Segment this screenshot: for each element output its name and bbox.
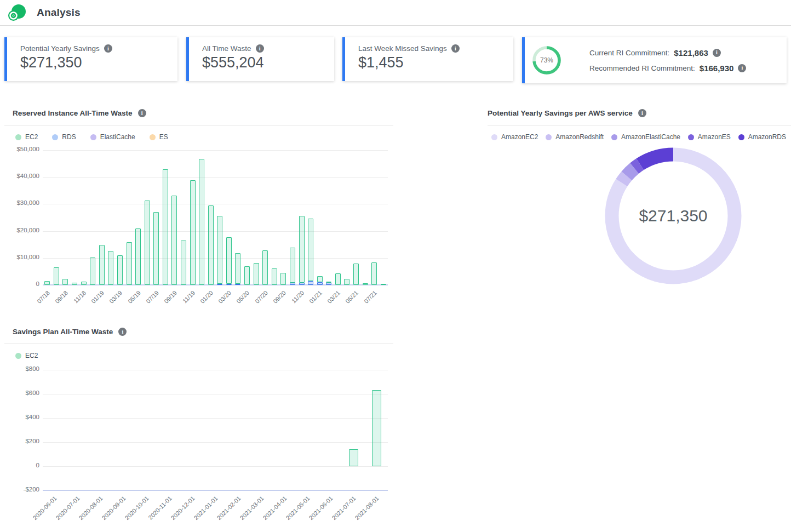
- info-icon[interactable]: [118, 328, 127, 336]
- bar-segment-ec2: [262, 250, 268, 285]
- savings-donut-chart: $271,350: [605, 147, 742, 284]
- bar-segment-ec2: [326, 282, 331, 283]
- y-tick-label: $30,000: [0, 199, 39, 206]
- gridline: [43, 490, 388, 491]
- x-tick-label: 11/18: [72, 289, 87, 304]
- plot-area: [43, 150, 388, 285]
- legend-label: AmazonRedshift: [555, 133, 604, 141]
- plot-area: [43, 370, 388, 490]
- x-tick-label: 07/21: [363, 289, 378, 305]
- stat-card-label-text: All Time Waste: [202, 44, 251, 53]
- legend-label: RDS: [62, 133, 76, 141]
- x-tick-label: 11/20: [290, 289, 305, 304]
- bar-segment-ec2: [171, 196, 177, 285]
- stat-card-label-text: Potential Yearly Savings: [20, 44, 100, 53]
- info-icon[interactable]: [256, 44, 264, 53]
- x-tick-label: 2021-02-01: [215, 495, 242, 521]
- stat-card-ri-commitment: 73% Current RI Commitment: $121,863 Reco…: [522, 37, 787, 83]
- legend-item[interactable]: AmazonElastiCache: [611, 133, 680, 141]
- stat-card-label: All Time Waste: [202, 44, 334, 53]
- ri-waste-section-title: Reserved Instance All-Time Waste: [13, 109, 146, 117]
- bar-segment-ec2: [135, 228, 141, 285]
- legend-dot: [546, 134, 552, 140]
- bar-segment-ec2: [90, 258, 95, 285]
- bar-segment-ec2: [44, 281, 50, 285]
- bar-segment-ec2: [372, 390, 381, 466]
- x-tick-label: 07/20: [254, 289, 269, 305]
- bar-segment-ec2: [54, 267, 59, 285]
- recommended-ri-commitment-label: Recommended RI Commitment:: [589, 64, 695, 72]
- stat-card-value: $271,350: [20, 54, 177, 71]
- bar-segment-ec2: [72, 283, 77, 285]
- bar-segment-ec2: [381, 284, 386, 285]
- recommended-ri-commitment-row: Recommended RI Commitment: $166,930: [589, 64, 746, 73]
- page-title: Analysis: [37, 7, 81, 19]
- legend-dot: [688, 134, 694, 140]
- y-tick-label: $200: [0, 438, 39, 444]
- bar-segment-rds: [317, 282, 323, 285]
- stat-card-label-text: Last Week Missed Savings: [358, 44, 447, 53]
- bar-segment-ec2: [153, 212, 159, 285]
- legend-label: ES: [159, 133, 168, 141]
- sp-chart-legend: EC2: [15, 352, 38, 359]
- app-logo[interactable]: [8, 4, 26, 21]
- legend-item[interactable]: RDS: [52, 133, 76, 141]
- legend-item[interactable]: AmazonRedshift: [546, 133, 604, 141]
- y-tick-label: $50,000: [0, 146, 39, 152]
- x-tick-label: 01/20: [199, 289, 214, 305]
- bar-segment-ec2: [280, 273, 286, 285]
- gridline: [43, 204, 388, 204]
- gridline: [43, 394, 388, 394]
- legend-item[interactable]: EC2: [15, 133, 38, 141]
- info-icon[interactable]: [638, 109, 646, 117]
- legend-item[interactable]: ES: [150, 133, 168, 141]
- info-icon[interactable]: [451, 44, 460, 53]
- legend-item[interactable]: AmazonES: [688, 133, 731, 141]
- x-tick-label: 11/19: [181, 289, 196, 304]
- y-tick-label: $20,000: [0, 227, 39, 233]
- bar-segment-ec2: [208, 205, 214, 285]
- legend-item[interactable]: AmazonRDS: [738, 133, 786, 141]
- section-title-text: Savings Plan All-Time Waste: [13, 328, 113, 336]
- current-ri-commitment-label: Current RI Commitment:: [589, 49, 669, 57]
- x-tick-label: 03/19: [108, 289, 123, 305]
- bar-segment-ec2: [181, 241, 186, 285]
- bar-segment-ec2: [317, 276, 323, 282]
- bar-segment-rds: [326, 283, 331, 285]
- x-tick-label: 01/21: [308, 289, 323, 305]
- bar-segment-ec2: [235, 253, 240, 284]
- section-divider: [488, 125, 791, 125]
- legend-item[interactable]: EC2: [15, 352, 38, 359]
- legend-dot: [90, 134, 96, 140]
- legend-dot: [150, 134, 156, 140]
- bar-segment-ec2: [349, 449, 358, 466]
- stat-card-value: $555,204: [202, 54, 334, 71]
- gridline: [43, 442, 388, 443]
- y-tick-label: $40,000: [0, 173, 39, 179]
- bar-segment-ec2: [308, 219, 313, 281]
- sp-waste-section-title: Savings Plan All-Time Waste: [13, 328, 127, 336]
- x-tick-label: 2021-05-01: [284, 495, 311, 521]
- stat-card-last-week-missed-savings: Last Week Missed Savings $1,455: [342, 37, 513, 81]
- y-tick-label: 0: [0, 281, 39, 287]
- bar-segment-ec2: [272, 268, 277, 285]
- info-icon[interactable]: [138, 109, 146, 117]
- x-tick-label: 2020-09-01: [100, 495, 127, 521]
- bar-segment-ec2: [226, 237, 232, 284]
- info-icon[interactable]: [104, 44, 112, 53]
- x-tick-label: 2021-03-01: [238, 495, 265, 521]
- bar-segment-ec2: [290, 248, 295, 283]
- donut-center-value: $271,350: [605, 147, 742, 284]
- stat-card-label: Last Week Missed Savings: [358, 44, 513, 53]
- gridline: [43, 466, 388, 467]
- gridline: [43, 150, 388, 151]
- ri-utilization-gauge: 73%: [531, 45, 562, 76]
- bar-segment-ec2: [353, 264, 359, 285]
- x-tick-label: 2021-07-01: [330, 495, 357, 521]
- x-tick-label: 2021-01-01: [192, 495, 219, 521]
- legend-item[interactable]: AmazonEC2: [491, 133, 538, 141]
- info-icon[interactable]: [713, 49, 721, 57]
- info-icon[interactable]: [738, 64, 746, 72]
- legend-item[interactable]: ElastiCache: [90, 133, 135, 141]
- section-title-text: Reserved Instance All-Time Waste: [13, 109, 133, 117]
